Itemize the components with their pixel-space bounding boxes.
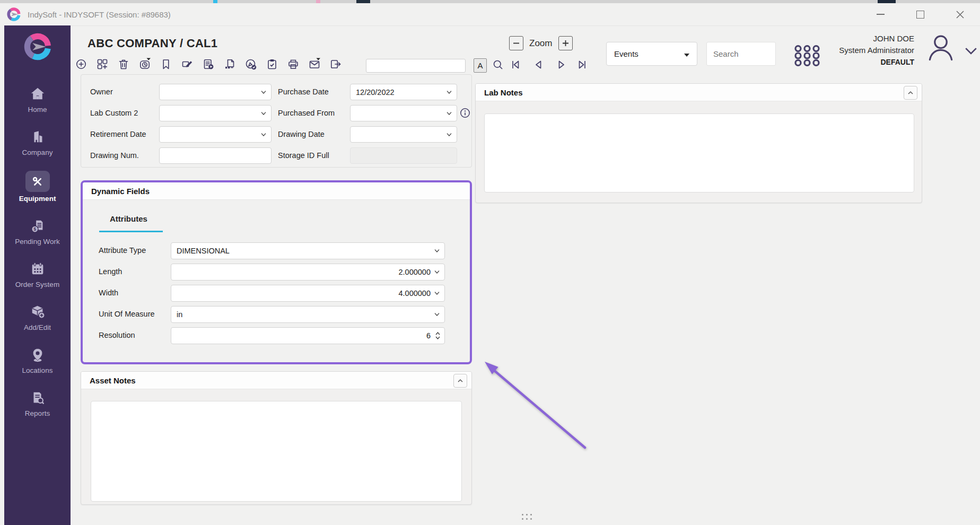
work-order-button[interactable] <box>265 57 279 71</box>
drawing-num-field[interactable] <box>159 147 272 164</box>
delete-record-icon <box>117 58 130 71</box>
delete-record-button[interactable] <box>117 57 130 71</box>
purchased-from-select[interactable] <box>350 105 457 121</box>
window-title: IndySoft - INDYSOFT (Session: #89683) <box>28 10 171 19</box>
lab-notes-textarea[interactable] <box>484 113 914 192</box>
lab-custom-2-select[interactable] <box>159 105 272 121</box>
run-report-button[interactable] <box>202 57 215 71</box>
sidebar-item-pending-work[interactable]: $ Pending Work <box>4 217 71 246</box>
active-tab-underline <box>99 231 163 232</box>
clone-record-button[interactable] <box>95 57 109 71</box>
lab-custom-2-label: Lab Custom 2 <box>90 105 138 121</box>
user-info: JOHN DOE System Administrator DEFAULT <box>769 33 914 68</box>
lab-custom-2-value[interactable] <box>159 105 272 121</box>
resolution-value[interactable] <box>171 327 445 344</box>
minimize-icon <box>877 14 885 15</box>
length-select[interactable] <box>171 264 445 281</box>
lab-notes-collapse-button[interactable] <box>904 86 917 100</box>
sidebar-item-company[interactable]: Company <box>4 128 71 156</box>
resolution-stepper[interactable] <box>171 327 445 344</box>
last-record-button[interactable] <box>576 58 590 72</box>
attribute-type-value[interactable] <box>171 242 445 259</box>
user-profile: DEFAULT <box>769 56 914 68</box>
drawing-date-select[interactable] <box>350 126 457 143</box>
email-button[interactable] <box>308 57 321 71</box>
retirement-date-value[interactable] <box>159 126 272 143</box>
sidebar-item-locations[interactable]: Locations <box>4 346 71 374</box>
maximize-button[interactable] <box>908 3 932 25</box>
purchased-from-info-button[interactable] <box>459 107 471 119</box>
bookmark-button[interactable] <box>159 57 173 71</box>
purchased-from-value[interactable] <box>350 105 457 121</box>
width-select[interactable] <box>171 285 445 302</box>
drawing-date-label: Drawing Date <box>278 126 325 143</box>
sidebar-item-equipment[interactable]: Equipment <box>4 171 71 203</box>
info-icon <box>459 107 471 119</box>
schedule-button[interactable] <box>138 57 152 71</box>
sidebar-item-order-system[interactable]: Order System <box>4 260 71 288</box>
width-label: Width <box>99 285 118 301</box>
attribute-type-select[interactable] <box>171 242 445 259</box>
drawing-date-value[interactable] <box>350 126 457 143</box>
search-input[interactable] <box>706 42 776 66</box>
equipment-icon <box>31 174 45 188</box>
drawing-num-label: Drawing Num. <box>90 147 139 164</box>
certify-button[interactable] <box>244 57 258 71</box>
lab-notes-header: Lab Notes <box>476 84 922 101</box>
chevron-up-icon <box>456 377 465 385</box>
first-record-button[interactable] <box>509 58 523 72</box>
zoom-in-button[interactable] <box>558 36 573 50</box>
schedule-icon <box>138 58 151 71</box>
retirement-date-select[interactable] <box>159 126 272 143</box>
purchase-date-value[interactable] <box>350 84 457 100</box>
first-record-icon <box>509 58 522 71</box>
asset-notes-collapse-button[interactable] <box>453 374 467 388</box>
user-avatar[interactable] <box>925 32 957 64</box>
owner-select[interactable] <box>159 84 272 100</box>
next-record-button[interactable] <box>555 58 568 72</box>
user-menu-chevron[interactable] <box>964 47 978 55</box>
sidebar-item-home[interactable]: Home <box>4 85 71 113</box>
owner-value[interactable] <box>159 84 272 100</box>
tab-attributes[interactable]: Attributes <box>110 214 147 223</box>
attribute-type-label: Attribute Type <box>99 242 146 259</box>
asset-notes-textarea[interactable] <box>91 401 462 502</box>
reports-icon <box>30 390 46 406</box>
work-order-icon <box>266 58 278 71</box>
zoom-out-button[interactable] <box>509 36 523 50</box>
main-sidebar: Home Company Equipment <box>4 25 71 525</box>
add-record-button[interactable] <box>74 57 88 71</box>
quick-find-input[interactable] <box>366 59 466 73</box>
events-dropdown[interactable]: Events <box>606 42 697 66</box>
minimize-button[interactable] <box>868 3 892 25</box>
title-bar: IndySoft - INDYSOFT (Session: #89683) <box>0 3 980 26</box>
record-toolbar <box>74 57 343 71</box>
minus-icon <box>512 39 520 47</box>
sidebar-item-reports[interactable]: Reports <box>4 389 71 417</box>
maximize-icon <box>916 11 924 19</box>
drawing-num-value[interactable] <box>159 147 272 164</box>
sidebar-item-add-edit[interactable]: Add/Edit <box>4 303 71 331</box>
edit-record-button[interactable] <box>180 57 194 71</box>
splitter-grip[interactable] <box>522 514 532 520</box>
width-value[interactable] <box>171 285 445 302</box>
length-value[interactable] <box>171 264 445 281</box>
unit-of-measure-value[interactable] <box>171 306 445 323</box>
indysoft-sidebar-logo-icon <box>23 32 52 62</box>
close-button[interactable] <box>948 3 972 25</box>
certify-icon <box>244 58 257 71</box>
avatar-icon <box>925 32 957 64</box>
lab-notes-panel: Lab Notes <box>475 83 922 203</box>
copy-record-button[interactable] <box>223 57 237 71</box>
previous-record-button[interactable] <box>532 58 546 72</box>
export-button[interactable] <box>329 57 343 71</box>
find-button[interactable] <box>492 58 505 72</box>
purchase-date-label: Purchase Date <box>278 84 329 100</box>
match-case-button[interactable]: A <box>474 58 487 73</box>
events-dropdown-value: Events <box>614 49 638 58</box>
print-button[interactable] <box>286 57 300 71</box>
edit-record-icon <box>181 58 194 71</box>
unit-of-measure-select[interactable] <box>171 306 445 323</box>
add-edit-icon <box>30 304 46 320</box>
purchase-date-select[interactable] <box>350 84 457 100</box>
